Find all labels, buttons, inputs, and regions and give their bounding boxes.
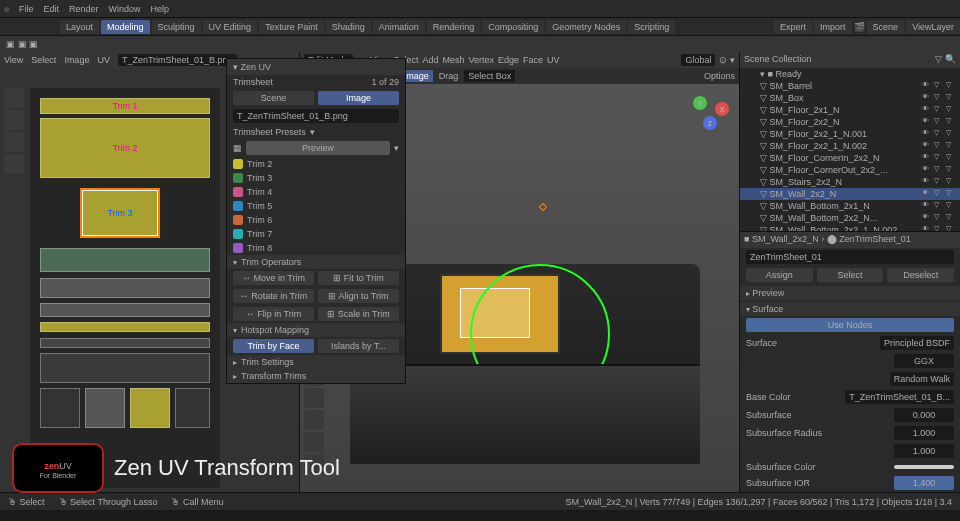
vp-face-menu[interactable]: Face (523, 55, 543, 65)
ws-animation[interactable]: Animation (373, 20, 425, 34)
blender-icon[interactable]: ⟐ (4, 4, 9, 14)
vp-add-menu[interactable]: Add (422, 55, 438, 65)
op-btn[interactable]: ↔ Move in Trim (233, 271, 314, 285)
vp-mesh-menu[interactable]: Mesh (443, 55, 465, 65)
ws-shading[interactable]: Shading (326, 20, 371, 34)
trim-item[interactable]: Trim 2 (227, 157, 405, 171)
ws-modeling[interactable]: Modeling (101, 20, 150, 34)
trim-row-8[interactable] (40, 338, 210, 348)
material-name-field[interactable]: ZenTrimSheet_01 (746, 250, 954, 264)
deselect-button[interactable]: Deselect (887, 268, 954, 282)
subcolor-swatch[interactable] (894, 465, 954, 469)
trim-1[interactable]: Trim 1 (40, 98, 210, 114)
outliner-item[interactable]: ▽ SM_Floor_CornerIn_2x2_N👁▽▽ (740, 152, 960, 164)
surface-dropdown[interactable]: Principled BSDF (880, 336, 954, 350)
trim-row-5[interactable] (40, 278, 210, 298)
ws-sculpting[interactable]: Sculpting (152, 20, 201, 34)
grid-icon[interactable]: ▦ (233, 143, 242, 153)
zen-scene-btn[interactable]: Scene (233, 91, 314, 105)
vp-uv-menu[interactable]: UV (547, 55, 560, 65)
trim-3-selected[interactable]: Trim 3 (80, 188, 160, 238)
zen-sheet-field[interactable]: T_ZenTrimSheet_01_B.png (233, 109, 399, 123)
ws-texturepaint[interactable]: Texture Paint (259, 20, 324, 34)
op-btn[interactable]: ⊞ Scale in Trim (318, 307, 399, 321)
trim-item[interactable]: Trim 3 (227, 171, 405, 185)
subrad2-field[interactable]: 1.000 (894, 444, 954, 458)
ws-rendering[interactable]: Rendering (427, 20, 481, 34)
islands-button[interactable]: Islands by T... (318, 339, 399, 353)
use-nodes-button[interactable]: Use Nodes (746, 318, 954, 332)
trim-cell-a[interactable] (40, 388, 80, 428)
trim-item[interactable]: Trim 6 (227, 213, 405, 227)
trim-item[interactable]: Trim 7 (227, 227, 405, 241)
nav-gizmo[interactable]: X Y Z (689, 94, 729, 134)
outliner-item[interactable]: ▽ SM_Wall_2x2_N👁▽▽ (740, 188, 960, 200)
trim-cell-c[interactable] (130, 388, 170, 428)
outliner-item[interactable]: ▽ SM_Floor_2x1_N👁▽▽ (740, 104, 960, 116)
trim-cell-d[interactable] (175, 388, 210, 428)
trim-item[interactable]: Trim 5 (227, 199, 405, 213)
trim-row-9[interactable] (40, 353, 210, 383)
scene-dropdown[interactable]: Scene (867, 20, 905, 34)
global-dropdown[interactable]: Global (681, 54, 715, 66)
loopcut-tool[interactable] (304, 388, 324, 408)
uv-image-menu[interactable]: Image (64, 55, 89, 65)
outliner-item[interactable]: ▽ SM_Box👁▽▽ (740, 92, 960, 104)
basecolor-field[interactable]: T_ZenTrimSheet_01_B... (845, 390, 954, 404)
viewlayer-dropdown[interactable]: ViewLayer (906, 20, 960, 34)
ws-geonodes[interactable]: Geometry Nodes (546, 20, 626, 34)
uv-select-menu[interactable]: Select (31, 55, 56, 65)
randomwalk-dropdown[interactable]: Random Walk (890, 372, 954, 386)
select-button[interactable]: Select (817, 268, 884, 282)
trim-item[interactable]: Trim 4 (227, 185, 405, 199)
trim-2[interactable]: Trim 2 (40, 118, 210, 178)
selectbox-dropdown[interactable]: Select Box (464, 70, 515, 82)
uv-view-menu[interactable]: View (4, 55, 23, 65)
menu-edit[interactable]: Edit (44, 4, 60, 14)
trim-item[interactable]: Trim 8 (227, 241, 405, 255)
menu-window[interactable]: Window (109, 4, 141, 14)
chevron-down-icon[interactable]: ▾ (394, 143, 399, 153)
assign-button[interactable]: Assign (746, 268, 813, 282)
import-button[interactable]: Import (814, 20, 852, 34)
uv-move-tool[interactable] (4, 132, 24, 152)
trim-row-6[interactable] (40, 303, 210, 317)
op-btn[interactable]: ⊞ Align to Trim (318, 289, 399, 303)
subsurface-field[interactable]: 0.000 (894, 408, 954, 422)
ggx-dropdown[interactable]: GGX (894, 354, 954, 368)
vp-edge-menu[interactable]: Edge (498, 55, 519, 65)
filter-icon[interactable]: ▽ 🔍 (935, 54, 956, 66)
vp-vertex-menu[interactable]: Vertex (469, 55, 495, 65)
collection-ready[interactable]: ▾ ■ Ready (740, 68, 960, 80)
zen-image-btn[interactable]: Image (318, 91, 399, 105)
subior-field[interactable]: 1.400 (894, 476, 954, 490)
op-btn[interactable]: ⊞ Fit to Trim (318, 271, 399, 285)
menu-help[interactable]: Help (151, 4, 170, 14)
outliner-item[interactable]: ▽ SM_Barrel👁▽▽ (740, 80, 960, 92)
options-dropdown[interactable]: Options (704, 71, 735, 81)
preview-button[interactable]: Preview (246, 141, 390, 155)
surface-section[interactable]: ▾ Surface (740, 302, 960, 316)
trim-row-7[interactable] (40, 322, 210, 332)
ws-layout[interactable]: Layout (60, 20, 99, 34)
ws-scripting[interactable]: Scripting (628, 20, 675, 34)
ws-uvediting[interactable]: UV Editing (203, 20, 258, 34)
menu-render[interactable]: Render (69, 4, 99, 14)
trim-cell-b[interactable] (85, 388, 125, 428)
presets-dropdown-icon[interactable]: ▾ (310, 127, 315, 137)
uv-cursor-tool[interactable] (4, 88, 24, 108)
trim-by-face-button[interactable]: Trim by Face (233, 339, 314, 353)
menu-file[interactable]: File (19, 4, 34, 14)
outliner-item[interactable]: ▽ SM_Stairs_2x2_N👁▽▽ (740, 176, 960, 188)
outliner-item[interactable]: ▽ SM_Wall_Bottom_2x2_N...👁▽▽ (740, 212, 960, 224)
uv-rotate-tool[interactable] (4, 154, 24, 174)
uv-select-tool[interactable] (4, 110, 24, 130)
outliner-item[interactable]: ▽ SM_Floor_2x2_1_N.002👁▽▽ (740, 140, 960, 152)
op-btn[interactable]: ↔ Rotate in Trim (233, 289, 314, 303)
uv-image-field[interactable]: T_ZenTrimSheet_01_B.png (118, 54, 237, 66)
outliner-item[interactable]: ▽ SM_Wall_Bottom_2x1_N👁▽▽ (740, 200, 960, 212)
preview-section[interactable]: ▸ Preview (740, 286, 960, 300)
expert-button[interactable]: Expert (774, 20, 812, 34)
ws-compositing[interactable]: Compositing (482, 20, 544, 34)
uv-uv-menu[interactable]: UV (97, 55, 110, 65)
